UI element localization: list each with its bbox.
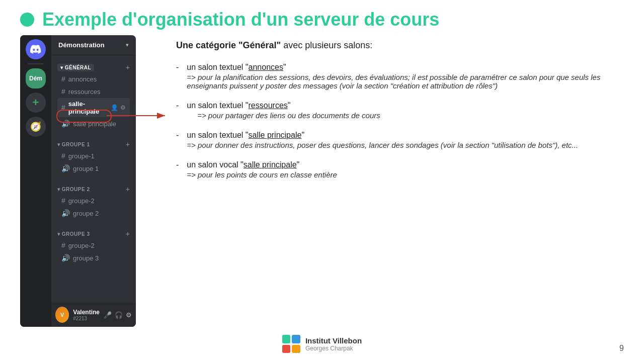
avatar: V <box>55 307 69 323</box>
channel-groupe-1[interactable]: # groupe-1 <box>57 150 130 162</box>
bullet-content: un salon textuel "salle principale" => p… <box>187 131 614 149</box>
category-add-icon[interactable]: + <box>126 230 130 238</box>
channel-name: groupe-2 <box>68 197 95 205</box>
headphone-icon[interactable]: 🎧 <box>115 311 123 319</box>
channel-name: ressources <box>68 88 101 96</box>
text-channel-icon: # <box>61 197 65 205</box>
category-header-groupe1[interactable]: ▾ GROUPE 1 + <box>55 139 132 149</box>
institution-logo: Institut Villebon Georges Charpak <box>282 335 362 353</box>
username: Valentine <box>73 309 100 316</box>
channel-list: Démonstration ▾ ▾ GÉNÉRAL + # annonces <box>51 35 136 327</box>
bullet-sub-text: => pour partager des liens ou des docume… <box>187 111 614 120</box>
category-add-icon[interactable]: + <box>126 63 130 71</box>
main-content: Dém + 🧭 Démonstration ▾ ▾ GÉNÉRAL <box>0 35 644 352</box>
channel-annonces[interactable]: # annonces <box>57 73 130 85</box>
logo-sq-3 <box>282 345 291 353</box>
text-channel-icon: # <box>61 75 65 83</box>
category-intro: Une catégorie "Général" avec plusieurs s… <box>176 40 614 51</box>
category-add-icon[interactable]: + <box>126 185 130 193</box>
institution-sub: Georges Charpak <box>305 345 362 352</box>
page-number: 9 <box>619 344 624 353</box>
category-header-groupe3[interactable]: ▾ GROUPE 3 + <box>55 229 132 239</box>
content-area: Une catégorie "Général" avec plusieurs s… <box>146 35 624 352</box>
bullet-sub-text: => pour la planification des sessions, d… <box>187 73 614 90</box>
mic-icon[interactable]: 🎤 <box>104 311 112 319</box>
text-channel-icon: # <box>61 152 65 160</box>
list-item: - un salon textuel "ressources" => pour … <box>176 101 614 120</box>
channel-voice-groupe2[interactable]: 🔊 groupe 2 <box>57 207 130 219</box>
logo-sq-2 <box>292 335 300 343</box>
channel-voice-groupe1[interactable]: 🔊 groupe 1 <box>57 162 130 174</box>
voice-channel-icon: 🔊 <box>61 120 70 128</box>
bullet-dash: - <box>176 160 179 179</box>
category-highlighted-label: ▾ GÉNÉRAL <box>57 64 94 71</box>
salle-principale-text-link[interactable]: salle principale <box>249 131 302 139</box>
server-dem-icon[interactable]: Dém <box>26 68 46 88</box>
bullet-content: un salon textuel "annonces" => pour la p… <box>187 63 614 90</box>
category-header-groupe2[interactable]: ▾ GROUPE 2 + <box>55 184 132 194</box>
channel-salle-principale[interactable]: # salle-principale 👤 ⚙ <box>57 98 130 117</box>
header-dot <box>20 13 34 27</box>
add-server-icon[interactable]: + <box>26 93 46 113</box>
channel-name: groupe-2 <box>68 242 95 249</box>
slide-header: Exemple d'organisation d'un serveur de c… <box>0 0 644 35</box>
category-general: ▾ GÉNÉRAL + # annonces # ressources # <box>51 55 136 132</box>
category-header-general[interactable]: ▾ GÉNÉRAL + <box>55 62 132 72</box>
channel-name: groupe 1 <box>73 165 99 172</box>
channel-actions: 👤 ⚙ <box>111 104 126 111</box>
server-bar: Dém + 🧭 <box>20 35 51 327</box>
channel-name: groupe-1 <box>68 152 95 160</box>
text-channel-icon: # <box>61 104 65 112</box>
channel-name: groupe 3 <box>73 254 99 262</box>
bullet-main-text: un salon textuel "ressources" <box>187 101 614 110</box>
footer-text: Institut Villebon Georges Charpak <box>305 336 362 352</box>
bullet-dash: - <box>176 101 179 120</box>
members-icon[interactable]: 👤 <box>111 104 118 111</box>
list-item: - un salon vocal "salle principale" => p… <box>176 160 614 179</box>
channel-name: annonces <box>68 75 97 83</box>
text-channel-icon: # <box>61 87 65 96</box>
bullet-main-text: un salon vocal "salle principale" <box>187 160 614 169</box>
discord-home-icon[interactable] <box>26 39 46 59</box>
category-groupe3: ▾ GROUPE 3 + # groupe-2 🔊 groupe 3 <box>51 222 136 266</box>
channel-groupe-3-text[interactable]: # groupe-2 <box>57 239 130 251</box>
page-title: Exemple d'organisation d'un serveur de c… <box>42 9 439 30</box>
channel-name-active: salle-principale <box>68 100 108 115</box>
category-groupe2: ▾ GROUPE 2 + # groupe-2 🔊 groupe 2 <box>51 177 136 222</box>
category-add-icon[interactable]: + <box>126 140 130 148</box>
chevron-down-icon: ▾ <box>126 42 129 48</box>
discord-mockup: Dém + 🧭 Démonstration ▾ ▾ GÉNÉRAL <box>20 35 136 327</box>
bullet-main-text: un salon textuel "annonces" <box>187 63 614 72</box>
channel-ressources[interactable]: # ressources <box>57 85 130 98</box>
channel-voice-groupe3[interactable]: 🔊 groupe 3 <box>57 252 130 264</box>
bullet-dash: - <box>176 131 179 149</box>
bullet-sub-text: => pour donner des instructions, poser d… <box>187 141 614 149</box>
ressources-link[interactable]: ressources <box>249 101 288 110</box>
settings-icon[interactable]: ⚙ <box>120 104 126 111</box>
logo-sq-1 <box>282 335 291 343</box>
user-controls: 🎤 🎧 ⚙ <box>104 311 132 319</box>
server-header[interactable]: Démonstration ▾ <box>51 35 136 55</box>
channel-groupe-2[interactable]: # groupe-2 <box>57 195 130 207</box>
user-info: Valentine #2213 <box>73 309 100 321</box>
logo-squares <box>282 335 300 353</box>
server-divider <box>28 63 44 64</box>
bullet-main-text: un salon textuel "salle principale" <box>187 131 614 140</box>
user-bar: V Valentine #2213 🎤 🎧 ⚙ <box>51 303 136 327</box>
bullet-sub-text: => pour les points de cours en classe en… <box>187 170 614 179</box>
channel-name: groupe 2 <box>73 210 99 217</box>
annonces-link[interactable]: annonces <box>249 63 283 71</box>
category-groupe1: ▾ GROUPE 1 + # groupe-1 🔊 groupe 1 <box>51 132 136 177</box>
institution-name: Institut Villebon <box>305 336 362 345</box>
channel-name: salle principale <box>73 120 116 128</box>
settings-icon[interactable]: ⚙ <box>126 311 132 319</box>
bullet-list: - un salon textuel "annonces" => pour la… <box>176 63 614 179</box>
list-item: - un salon textuel "salle principale" =>… <box>176 131 614 149</box>
logo-sq-4 <box>292 345 300 353</box>
channel-voice-salle-principale[interactable]: 🔊 salle principale <box>57 118 130 130</box>
voice-channel-icon: 🔊 <box>61 209 70 217</box>
salle-principale-voice-link[interactable]: salle principale <box>244 160 297 169</box>
explore-icon[interactable]: 🧭 <box>26 117 46 137</box>
bullet-content: un salon vocal "salle principale" => pou… <box>187 160 614 179</box>
bullet-content: un salon textuel "ressources" => pour pa… <box>187 101 614 120</box>
